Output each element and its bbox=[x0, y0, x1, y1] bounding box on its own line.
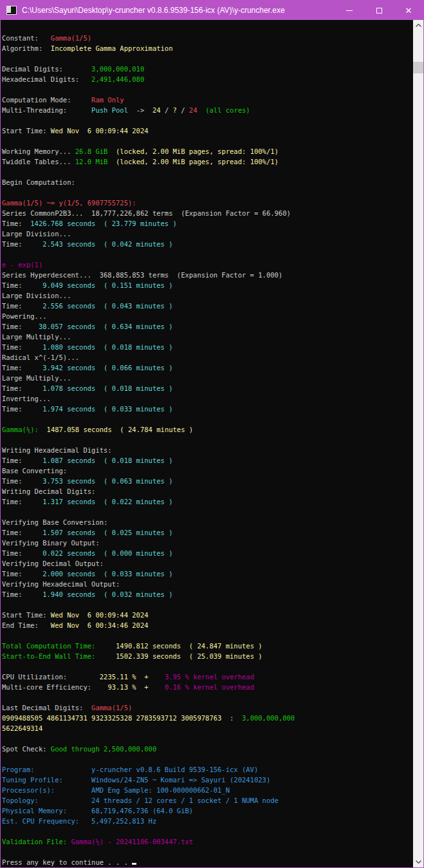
scrollbar[interactable] bbox=[413, 20, 423, 867]
console-line bbox=[2, 23, 413, 33]
console-text-segment: Inverting... bbox=[2, 395, 51, 402]
console-output[interactable]: Constant: Gamma(1/5)Algorithm: Incomplet… bbox=[1, 20, 413, 867]
console-line: 5622649314 bbox=[2, 723, 413, 733]
console-text-segment: 2,491,446,080 bbox=[91, 75, 144, 83]
console-text-segment: Multi-core Efficiency: bbox=[2, 683, 91, 691]
console-line: Tuning Profile: Windows/24-ZN5 ~ Komari … bbox=[2, 775, 413, 785]
console-text-segment: Gamma(⅕) - 20241106-003447.txt bbox=[71, 838, 193, 845]
console-text-segment: (locked, 2.00 MiB pages, spread: 100%/1) bbox=[116, 158, 279, 165]
console-text-segment: Time: bbox=[2, 364, 23, 372]
console-text-segment: Computation Mode: bbox=[2, 96, 91, 104]
minimize-button[interactable] bbox=[335, 1, 364, 20]
console-line: Time: 0.022 seconds ( 0.000 minutes ) bbox=[2, 548, 413, 558]
console-text-segment: 5622649314 bbox=[2, 724, 42, 732]
console-line: Large Division... bbox=[2, 229, 413, 239]
console-text-segment: Wed Nov 6 00:09:44 2024 bbox=[51, 611, 149, 619]
console-text-segment: 9.049 seconds ( 0.151 minutes ) bbox=[23, 281, 173, 289]
console-line: Decimal Digits: 3,000,000,010 bbox=[2, 64, 413, 74]
console-text-segment: 3,000,000,000 bbox=[242, 714, 295, 722]
console-text-segment: Powering... bbox=[2, 312, 47, 320]
console-line bbox=[2, 435, 413, 445]
maximize-button[interactable] bbox=[364, 1, 394, 20]
console-line: CPU Utilization: 2235.11 % + 3.95 % kern… bbox=[2, 672, 413, 682]
console-text-segment: Decimal Digits: bbox=[2, 65, 91, 73]
console-line: Time: 3.942 seconds ( 0.066 minutes ) bbox=[2, 363, 413, 373]
console-text-segment: Gamma(⅕): bbox=[2, 426, 39, 433]
console-text-segment: Start-to-End Wall Time: bbox=[2, 652, 95, 660]
console-line: Algorithm: Incomplete Gamma Approximatio… bbox=[2, 43, 413, 53]
console-text-segment: 3.942 seconds ( 0.066 minutes ) bbox=[23, 364, 173, 372]
console-text-segment: : bbox=[221, 714, 242, 722]
console-text-segment: e - exp(1) bbox=[2, 261, 42, 269]
console-line: Gamma(⅕): 1487.058 seconds ( 24.784 minu… bbox=[2, 424, 413, 435]
console-text-segment: Press any key to continue . . . bbox=[2, 858, 132, 866]
console-line: Topology: 24 threads / 12 cores / 1 sock… bbox=[2, 795, 413, 806]
console-line: Writing Hexadecimal Digits: bbox=[2, 445, 413, 455]
console-line: Verifying Base Conversion: bbox=[2, 517, 413, 527]
console-text-segment: 1.974 seconds ( 0.033 minutes ) bbox=[23, 405, 173, 413]
console-text-segment: 1.317 seconds ( 0.022 minutes ) bbox=[23, 498, 173, 505]
console-text-segment: Hexadecimal Digits: bbox=[2, 75, 91, 83]
console-line: Verifying Hexadecimal Output: bbox=[2, 579, 413, 589]
console-text-segment bbox=[95, 652, 116, 660]
console-line: Multi-Threading: Push Pool -> 24 / ? / 2… bbox=[2, 105, 413, 115]
console-text-segment: 2.556 seconds ( 0.043 minutes ) bbox=[23, 302, 173, 310]
console-text-segment: Time: bbox=[2, 384, 23, 392]
console-line: Time: 38.057 seconds ( 0.634 minutes ) bbox=[2, 321, 413, 332]
console-text-segment: Algorithm: bbox=[2, 44, 51, 52]
scrollbar-thumb[interactable] bbox=[413, 62, 423, 73]
console-text-segment: 38.057 seconds ( 0.634 minutes ) bbox=[23, 323, 173, 330]
window-body: Constant: Gamma(1/5)Algorithm: Incomplet… bbox=[1, 20, 423, 867]
console-line: Inverting... bbox=[2, 393, 413, 404]
console-text-segment: Twiddle Tables... bbox=[2, 158, 75, 165]
console-line: Start Time: Wed Nov 6 00:09:44 2024 bbox=[2, 126, 413, 136]
title-bar: C:\Users\Sayuri\Desktop\y-cruncher v0.8.… bbox=[1, 1, 423, 20]
scroll-down-button[interactable] bbox=[413, 856, 423, 867]
console-line: Est. CPU Frequency: 5,497,252,813 Hz bbox=[2, 816, 413, 826]
console-line: Time: 3.753 seconds ( 0.063 minutes ) bbox=[2, 476, 413, 486]
scroll-up-button[interactable] bbox=[413, 20, 423, 31]
console-line: Press any key to continue . . . bbox=[2, 857, 413, 867]
console-text-segment: (locked, 2.00 MiB pages, spread: 100%/1) bbox=[116, 147, 279, 155]
console-line: Computation Mode: Ram Only bbox=[2, 95, 413, 105]
console-line: Twiddle Tables... 12.0 MiB (locked, 2.00… bbox=[2, 156, 413, 167]
console-line: Time: 1.507 seconds ( 0.025 minutes ) bbox=[2, 527, 413, 538]
console-line: e - exp(1) bbox=[2, 259, 413, 270]
console-text-segment: Radical x^(-1/5)... bbox=[2, 354, 79, 361]
console-text-segment: 24 bbox=[189, 106, 198, 114]
console-line: Time: 2.556 seconds ( 0.043 minutes ) bbox=[2, 301, 413, 311]
console-app-icon[interactable] bbox=[6, 6, 17, 15]
console-text-segment: Large Multiply... bbox=[2, 374, 71, 382]
console-line: Time: 1.087 seconds ( 0.018 minutes ) bbox=[2, 455, 413, 466]
console-text-segment: 1426.768 seconds ( 23.779 minutes ) bbox=[23, 220, 177, 227]
console-line bbox=[2, 115, 413, 126]
console-text-segment: Processor(s): AMD Eng Sample: 100-000000… bbox=[2, 786, 230, 794]
console-text-segment: Start Time: bbox=[2, 611, 51, 619]
console-text-segment bbox=[95, 642, 116, 650]
console-text-segment: Time: bbox=[2, 323, 23, 330]
console-text-segment: Working Memory... bbox=[2, 147, 75, 155]
console-text-segment: 3.753 seconds ( 0.063 minutes ) bbox=[23, 477, 173, 485]
console-line: Start-to-End Wall Time: 1502.339 seconds… bbox=[2, 651, 413, 661]
console-text-segment bbox=[149, 673, 165, 681]
console-line bbox=[2, 754, 413, 764]
console-text-segment: Start Time: bbox=[2, 127, 51, 135]
console-text-segment: Ram Only bbox=[91, 96, 124, 104]
console-line: Base Converting: bbox=[2, 466, 413, 476]
console-line: Hexadecimal Digits: 2,491,446,080 bbox=[2, 74, 413, 84]
console-text-segment: Writing Decimal Digits: bbox=[2, 487, 95, 495]
console-text-segment bbox=[39, 426, 47, 433]
console-text-segment: Writing Hexadecimal Digits: bbox=[2, 446, 112, 454]
console-text-segment bbox=[198, 106, 206, 114]
console-text-segment: 12.0 MiB bbox=[75, 158, 108, 165]
console-text-segment: 24 bbox=[152, 106, 161, 114]
console-line bbox=[2, 507, 413, 517]
console-text-segment: Verifying Decimal Output: bbox=[2, 560, 104, 567]
close-button[interactable]: ✕ bbox=[394, 1, 423, 20]
console-line: Large Multiply... bbox=[2, 373, 413, 383]
console-text-segment: Wed Nov 6 00:09:44 2024 bbox=[51, 127, 149, 135]
minimize-icon bbox=[346, 10, 353, 11]
console-line: Total Computation Time: 1490.812 seconds… bbox=[2, 641, 413, 651]
console-text-segment: Good through 2,500,000,000 bbox=[51, 745, 156, 753]
console-line: Time: 1.080 seconds ( 0.018 minutes ) bbox=[2, 342, 413, 352]
